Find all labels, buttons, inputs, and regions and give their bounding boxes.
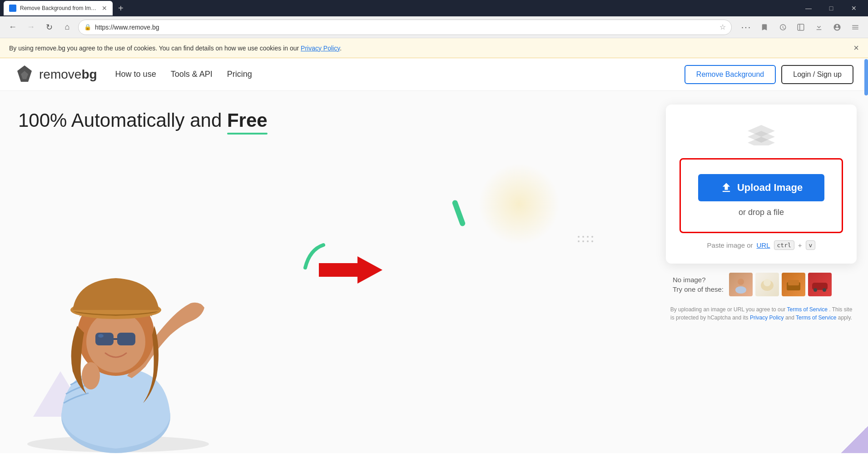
paste-row: Paste image or URL ctrl + v [707, 240, 816, 250]
hero-image [0, 127, 396, 453]
deco-corner [841, 426, 868, 453]
site-header: removebg How to use Tools & API Pricing … [0, 58, 868, 91]
deco-circle-yellow [478, 163, 560, 245]
svg-rect-0 [798, 24, 804, 30]
deco-dot [582, 236, 584, 238]
sidebar-toggle[interactable] [794, 20, 808, 35]
url-text: https://www.remove.bg [95, 24, 716, 31]
window-controls: — □ ✕ [798, 1, 864, 15]
main-nav: How to use Tools & API Pricing [115, 70, 666, 79]
svg-rect-10 [117, 333, 135, 345]
deco-dot [578, 240, 580, 242]
red-arrow-area [319, 254, 382, 286]
terms-of-service-link-2[interactable]: Terms of Service [796, 314, 836, 321]
svg-point-26 [813, 288, 817, 292]
forward-button[interactable]: → [24, 20, 38, 35]
deco-dots [578, 236, 593, 242]
header-ctas: Remove Background Login / Sign up [684, 65, 853, 84]
upload-image-button[interactable]: Upload Image [698, 174, 824, 201]
address-bar[interactable]: 🔒 https://www.remove.bg ☆ [78, 20, 732, 35]
browser-toolbar: ← → ↻ ⌂ 🔒 https://www.remove.bg ☆ ··· [0, 16, 868, 38]
privacy-policy-link[interactable]: Privacy Policy [301, 45, 340, 52]
person-illustration [0, 244, 236, 453]
nav-link-how-to-use[interactable]: How to use [115, 70, 156, 79]
sample-image-3[interactable] [782, 273, 805, 296]
sample-image-1[interactable] [729, 273, 753, 296]
sample-images [729, 273, 832, 296]
deco-dot [587, 240, 589, 242]
kbd-v: v [806, 240, 816, 250]
no-image-text: No image? Try one of these: [673, 275, 724, 294]
hero-section: 100% Automatically and Free [0, 91, 868, 453]
tab-title: Remove Background from Ima... [20, 5, 98, 11]
cookie-banner: By using remove.bg you agree to the use … [0, 38, 868, 58]
hero-left: 100% Automatically and Free [0, 91, 659, 453]
hero-right: Upload Image or drop a file Paste image … [659, 91, 868, 453]
svg-point-27 [823, 288, 826, 292]
new-tab-button[interactable]: + [118, 3, 124, 14]
home-button[interactable]: ⌂ [60, 20, 74, 35]
account-icon[interactable] [830, 20, 844, 35]
deco-dot [591, 236, 593, 238]
svg-point-20 [735, 286, 746, 294]
svg-point-19 [738, 279, 744, 285]
deco-dot [587, 236, 589, 238]
browser-tab[interactable]: Remove Background from Ima... ✕ [4, 1, 113, 15]
deco-circle-green [451, 200, 466, 227]
bookmark-icon[interactable]: ☆ [719, 23, 726, 31]
download-icon[interactable] [812, 20, 826, 35]
upload-icon [720, 181, 733, 194]
deco-dot [578, 236, 580, 238]
deco-dot [591, 240, 593, 242]
svg-rect-9 [95, 333, 114, 345]
logo-icon [15, 65, 35, 85]
svg-point-22 [764, 279, 771, 286]
back-button[interactable]: ← [5, 20, 20, 35]
login-signup-button[interactable]: Login / Sign up [781, 65, 853, 84]
kbd-ctrl: ctrl [774, 240, 794, 250]
bookmark-toolbar-icon[interactable] [757, 20, 772, 35]
kbd-plus: + [798, 241, 802, 249]
sample-image-2[interactable] [755, 273, 779, 296]
nav-link-tools-api[interactable]: Tools & API [171, 70, 213, 79]
terms-text: By uploading an image or URL you agree t… [668, 305, 854, 322]
toolbar-icons: ··· [739, 20, 863, 35]
no-image-row: No image? Try one of these: [668, 273, 854, 296]
nav-link-pricing[interactable]: Pricing [227, 70, 252, 79]
scrollbar-indicator[interactable] [864, 59, 868, 95]
privacy-policy-link-2[interactable]: Privacy Policy [750, 314, 784, 321]
security-icon: 🔒 [84, 24, 91, 30]
tab-close-button[interactable]: ✕ [102, 5, 107, 12]
svg-point-8 [86, 311, 145, 373]
upload-drop-zone[interactable]: Upload Image or drop a file [680, 158, 843, 233]
svg-rect-24 [788, 280, 799, 285]
more-button[interactable]: ··· [739, 20, 754, 35]
cookie-text: By using remove.bg you agree to the use … [9, 45, 342, 52]
logo-text: removebg [39, 67, 97, 82]
logo-link[interactable]: removebg [15, 65, 97, 85]
drop-text: or drop a file [739, 208, 784, 217]
deco-dot [582, 240, 584, 242]
upload-layers-icon [745, 123, 777, 147]
upload-card: Upload Image or drop a file Paste image … [666, 105, 857, 264]
refresh-button[interactable]: ↻ [42, 20, 56, 35]
close-window-button[interactable]: ✕ [843, 1, 864, 15]
green-curve [296, 240, 332, 277]
history-icon[interactable] [775, 20, 790, 35]
svg-point-14 [82, 362, 100, 389]
remove-background-button[interactable]: Remove Background [684, 65, 776, 84]
sample-image-4[interactable] [808, 273, 832, 296]
menu-icon[interactable] [848, 20, 863, 35]
maximize-button[interactable]: □ [821, 1, 842, 15]
browser-titlebar: Remove Background from Ima... ✕ + — □ ✕ [0, 0, 868, 16]
svg-point-12 [98, 334, 104, 338]
tab-favicon [9, 5, 16, 12]
url-link[interactable]: URL [756, 241, 770, 249]
minimize-button[interactable]: — [798, 1, 819, 15]
terms-of-service-link-1[interactable]: Terms of Service [787, 306, 828, 313]
cookie-close-button[interactable]: × [853, 43, 859, 53]
